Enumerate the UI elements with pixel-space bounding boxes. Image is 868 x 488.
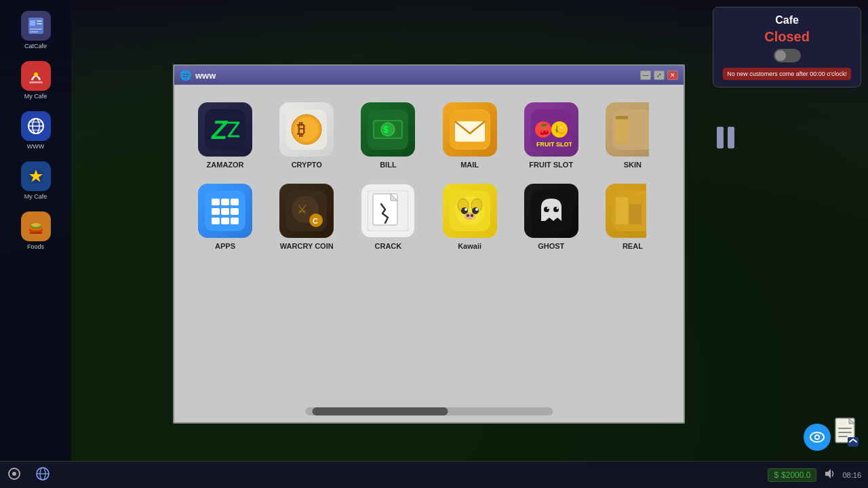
sidebar-item-www[interactable]: WWW: [7, 107, 64, 154]
svg-point-77: [556, 207, 558, 209]
mail-icon: [443, 102, 497, 157]
svg-rect-43: [616, 116, 628, 119]
svg-rect-53: [231, 218, 239, 224]
taskbar-www-icon[interactable]: [35, 466, 50, 484]
pause-icon[interactable]: [715, 125, 736, 155]
svg-rect-50: [231, 208, 239, 215]
app-item-kawaii[interactable]: Kawaii: [432, 180, 507, 254]
svg-point-83: [816, 436, 818, 439]
bill-icon: $: [361, 102, 415, 157]
sidebar-www-label: WWW: [27, 143, 44, 150]
svg-rect-46: [221, 199, 229, 205]
app-item-crypto[interactable]: ₿ CRYPTO: [269, 98, 344, 173]
scrollbar-thumb: [312, 407, 448, 415]
sidebar-item-mycafe[interactable]: My Cafe: [7, 57, 64, 104]
svg-text:$: $: [383, 124, 389, 135]
sidebar-item-catcafe[interactable]: CatCafe: [7, 7, 64, 54]
zamazor-icon: Z: [198, 102, 252, 157]
money-icon: $: [774, 470, 778, 480]
warcry-label: WARCRY COIN: [280, 242, 334, 250]
app-grid: Z ZAMAZOR ₿ CRYPTO: [188, 98, 670, 254]
sidebar-item-mycafe2[interactable]: My Cafe: [7, 157, 64, 204]
svg-rect-5: [30, 31, 38, 33]
ghost-icon: [524, 184, 578, 238]
svg-rect-19: [30, 232, 42, 234]
app-item-ghost[interactable]: GHOST: [514, 180, 589, 254]
app-item-skin[interactable]: SKIN: [595, 98, 670, 173]
app-item-warcry[interactable]: ⚔ C WARCRY COIN: [269, 180, 344, 254]
app-item-crack[interactable]: CRACK: [351, 180, 425, 254]
volume-icon[interactable]: [823, 468, 835, 482]
svg-rect-49: [221, 208, 229, 215]
svg-rect-20: [717, 127, 724, 148]
svg-rect-21: [728, 127, 734, 148]
svg-text:🍒: 🍒: [538, 124, 551, 136]
svg-point-67: [472, 207, 479, 214]
close-button[interactable]: ✕: [667, 70, 678, 80]
sidebar-mycafe-label: My Cafe: [24, 93, 47, 100]
svg-point-72: [471, 214, 473, 217]
fruitslot-label: FRUIT SLOT: [529, 161, 573, 169]
toggle-knob: [775, 50, 786, 61]
sidebar-catcafe-label: CatCafe: [24, 43, 47, 49]
svg-rect-47: [231, 199, 239, 205]
fruitslot-icon: 🍒 🍋 FRUIT SLOT: [524, 102, 578, 157]
taskbar-right: $ $2000.0 08:16: [768, 468, 861, 482]
app-item-mail[interactable]: MAIL: [432, 98, 507, 173]
cafe-title: Cafe: [723, 14, 851, 26]
app-item-zamazor[interactable]: Z ZAMAZOR: [188, 98, 262, 173]
sidebar-foods-label: Foods: [27, 243, 44, 250]
svg-rect-86: [838, 428, 852, 429]
maximize-button[interactable]: ⤢: [654, 70, 665, 80]
svg-point-71: [467, 214, 469, 217]
sidebar-item-foods[interactable]: Foods: [7, 207, 64, 254]
ghost-label: GHOST: [538, 242, 564, 250]
kawaii-icon: [443, 184, 497, 238]
money-amount: $2000.0: [781, 470, 810, 480]
svg-point-18: [31, 223, 41, 227]
sidebar: CatCafe My Cafe WWW: [0, 0, 71, 461]
app-item-real[interactable]: REAL: [595, 180, 670, 254]
app-item-fruitslot[interactable]: 🍒 🍋 FRUIT SLOT FRUIT SLOT: [514, 98, 589, 173]
svg-rect-2: [37, 20, 42, 22]
skin-label: SKIN: [624, 161, 642, 169]
kawaii-label: Kawaii: [458, 242, 481, 250]
window-title-icon: 🌐: [180, 70, 191, 81]
minimize-button[interactable]: —: [640, 70, 651, 80]
apps-icon: [198, 184, 252, 238]
sidebar-mycafe2-label: My Cafe: [24, 193, 47, 200]
crypto-label: CRYPTO: [292, 161, 322, 169]
app-item-bill[interactable]: $ BILL: [351, 98, 425, 173]
doc-icon[interactable]: [834, 417, 861, 451]
time-display: 08:16: [842, 471, 861, 479]
crack-icon: [361, 184, 415, 238]
svg-point-70: [465, 213, 475, 220]
cafe-toggle-switch[interactable]: [774, 49, 801, 62]
window-content: Z ZAMAZOR ₿ CRYPTO: [174, 85, 684, 422]
svg-rect-48: [212, 208, 220, 215]
catcafe-icon: [21, 11, 51, 41]
window-scrollbar[interactable]: [305, 407, 553, 415]
svg-point-6: [34, 73, 38, 77]
app-item-apps[interactable]: APPS: [188, 180, 262, 254]
apps-label: APPS: [215, 242, 235, 250]
mail-label: MAIL: [460, 161, 479, 169]
svg-rect-87: [838, 432, 852, 433]
window-title-text: www: [195, 70, 636, 81]
window-titlebar[interactable]: 🌐 www — ⤢ ✕: [174, 66, 684, 85]
eye-icon[interactable]: [804, 424, 831, 451]
svg-rect-4: [30, 28, 42, 30]
window-controls: — ⤢ ✕: [640, 70, 678, 80]
www-window: 🌐 www — ⤢ ✕ Z ZAMAZOR: [173, 64, 685, 424]
svg-point-69: [475, 208, 478, 211]
cafe-notice: No new customers come after 00:00 o'cloc…: [723, 68, 851, 80]
cafe-toggle-container: [723, 49, 851, 62]
svg-rect-88: [838, 436, 848, 437]
taskbar: $ $2000.0 08:16: [0, 461, 868, 488]
mycafe2-icon: [21, 161, 51, 191]
taskbar-settings-icon[interactable]: [7, 466, 22, 484]
www-icon: [21, 111, 51, 141]
svg-text:₿: ₿: [297, 120, 305, 138]
cafe-status: Closed: [723, 29, 851, 45]
svg-rect-79: [616, 197, 628, 224]
